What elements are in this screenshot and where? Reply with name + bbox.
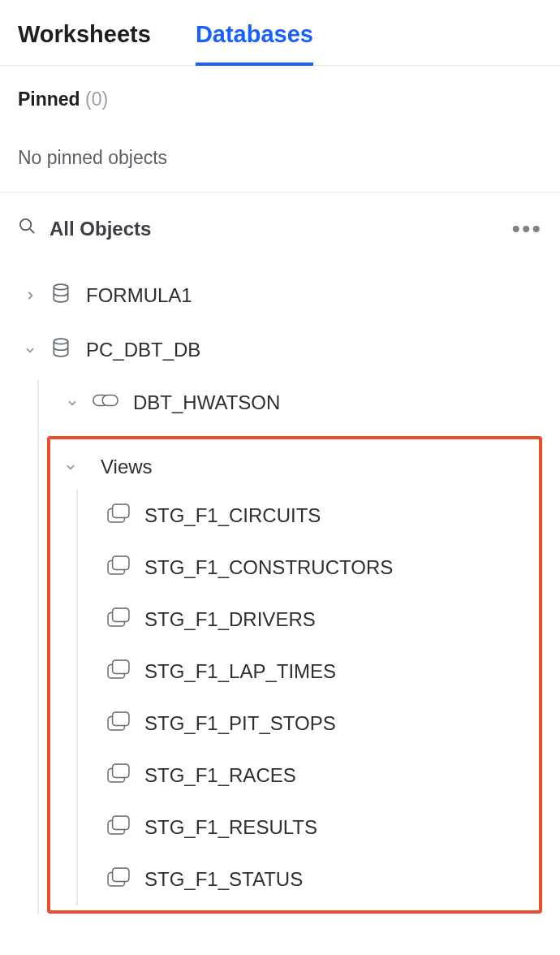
schema-icon: [93, 391, 118, 414]
db-label: FORMULA1: [86, 284, 192, 307]
view-icon: [107, 763, 130, 788]
object-tree: FORMULA1 PC_DBT_DB: [18, 257, 542, 914]
schema-node-dbt-hwatson[interactable]: DBT_HWATSON: [54, 380, 542, 431]
svg-rect-7: [113, 504, 129, 518]
chevron-down-icon: [65, 461, 80, 473]
view-name: STG_F1_STATUS: [144, 868, 303, 891]
view-item[interactable]: STG_F1_LAP_TIMES: [78, 646, 531, 698]
search-icon: [18, 217, 37, 240]
pinned-count: (0): [85, 89, 108, 110]
svg-point-3: [54, 339, 67, 344]
objects-search[interactable]: All Objects: [18, 217, 151, 240]
views-highlight-box: Views STG_F1_CIRCUITS: [47, 436, 542, 914]
view-name: STG_F1_LAP_TIMES: [144, 660, 336, 683]
view-name: STG_F1_RESULTS: [144, 816, 317, 839]
view-item[interactable]: STG_F1_STATUS: [78, 853, 531, 905]
database-icon: [50, 337, 71, 363]
view-item[interactable]: STG_F1_RACES: [78, 750, 531, 802]
view-icon: [107, 815, 130, 840]
svg-rect-19: [113, 816, 129, 830]
db-children: DBT_HWATSON Views: [37, 380, 542, 914]
db-label: PC_DBT_DB: [86, 339, 200, 361]
view-icon: [107, 607, 130, 632]
svg-point-2: [54, 284, 67, 290]
views-folder[interactable]: Views: [58, 444, 531, 490]
view-icon: [107, 867, 130, 892]
chevron-right-icon: [24, 290, 39, 301]
objects-header-text: All Objects: [50, 218, 151, 240]
view-name: STG_F1_CIRCUITS: [144, 504, 321, 527]
schema-children: Views STG_F1_CIRCUITS: [54, 436, 542, 914]
pinned-header: Pinned (0): [18, 89, 542, 110]
svg-rect-17: [113, 764, 129, 778]
view-icon: [107, 503, 130, 528]
view-name: STG_F1_PIT_STOPS: [144, 712, 336, 735]
svg-line-1: [30, 229, 34, 233]
database-icon: [50, 283, 71, 309]
svg-point-0: [20, 219, 31, 230]
view-item[interactable]: STG_F1_PIT_STOPS: [78, 698, 531, 750]
schema-label: DBT_HWATSON: [133, 391, 280, 414]
chevron-down-icon: [24, 344, 39, 356]
db-node-pc-dbt-db[interactable]: PC_DBT_DB: [18, 326, 542, 380]
view-item[interactable]: STG_F1_RESULTS: [78, 802, 531, 853]
db-node-formula1[interactable]: FORMULA1: [18, 271, 542, 326]
svg-rect-21: [113, 868, 129, 882]
svg-rect-11: [113, 608, 129, 622]
view-icon: [107, 555, 130, 580]
view-item[interactable]: STG_F1_DRIVERS: [78, 594, 531, 646]
pinned-empty-text: No pinned objects: [18, 147, 542, 169]
pinned-title: Pinned: [18, 89, 80, 110]
tab-worksheets[interactable]: Worksheets: [18, 21, 151, 65]
chevron-down-icon: [67, 397, 81, 408]
view-icon: [107, 711, 130, 736]
views-label: Views: [101, 456, 153, 478]
view-name: STG_F1_RACES: [144, 764, 296, 787]
objects-section: All Objects ••• FORMULA1: [0, 192, 560, 922]
view-item[interactable]: STG_F1_CIRCUITS: [78, 490, 531, 542]
tab-bar: Worksheets Databases: [0, 0, 560, 66]
more-options-button[interactable]: •••: [511, 225, 542, 232]
tab-databases[interactable]: Databases: [196, 21, 313, 66]
svg-rect-15: [113, 712, 129, 726]
view-item[interactable]: STG_F1_CONSTRUCTORS: [78, 542, 531, 594]
view-name: STG_F1_CONSTRUCTORS: [144, 556, 393, 579]
svg-rect-9: [113, 556, 129, 570]
objects-header: All Objects •••: [18, 217, 542, 257]
pinned-section: Pinned (0) No pinned objects: [0, 66, 560, 192]
view-icon: [107, 659, 130, 684]
view-name: STG_F1_DRIVERS: [144, 608, 316, 631]
svg-rect-5: [102, 395, 118, 405]
svg-rect-13: [113, 660, 129, 674]
views-list: STG_F1_CIRCUITS STG_F1_CONSTRUCTORS: [76, 490, 531, 905]
